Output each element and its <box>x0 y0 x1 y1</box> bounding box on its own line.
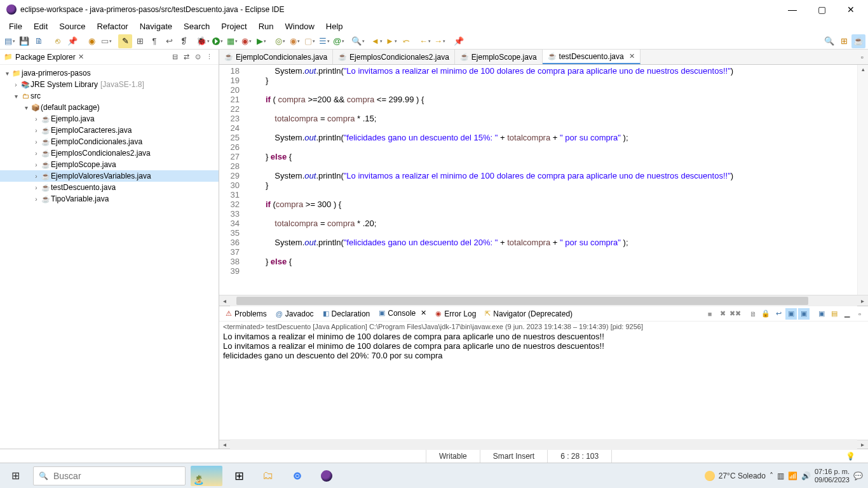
close-view-button[interactable]: ✕ <box>78 53 84 61</box>
link-editor-button[interactable]: ⇄ <box>180 51 192 63</box>
menu-source[interactable]: Source <box>54 20 90 32</box>
tab-ejemplocondicionales[interactable]: ☕EjemploCondicionales.java <box>219 50 333 64</box>
show-on-out-button[interactable]: ▣ <box>785 308 797 320</box>
widgets-button[interactable]: 🏝️ <box>191 466 222 486</box>
view-menu-button[interactable]: ⋮ <box>203 51 215 63</box>
search-input[interactable] <box>53 471 185 481</box>
minimize-button[interactable]: — <box>778 0 807 19</box>
code-content[interactable]: System.out.println("Lo invitamos a reali… <box>243 65 868 295</box>
volume-icon[interactable]: 🔊 <box>801 471 811 480</box>
new-annotation-button[interactable]: @ <box>332 34 346 48</box>
start-button[interactable]: ⊞ <box>0 463 31 489</box>
tab-testdescuento[interactable]: ☕testDescuento.java✕ <box>543 50 641 64</box>
open-perspective-button[interactable]: ⊞ <box>837 34 851 48</box>
clock[interactable]: 07:16 p. m. 09/06/2023 <box>815 468 850 484</box>
close-console-icon[interactable]: ✕ <box>421 309 426 317</box>
file-explorer-button[interactable]: 🗂 <box>255 463 281 489</box>
battery-icon[interactable]: ▥ <box>777 471 784 480</box>
menu-run[interactable]: Run <box>254 20 279 32</box>
console-output[interactable]: Lo invitamos a realizar el minimo de 100… <box>219 332 868 440</box>
pin-button[interactable]: 📌 <box>65 34 79 48</box>
notifications-icon[interactable]: 💬 <box>853 471 863 480</box>
show-on-err-button[interactable]: ▣ <box>798 308 810 320</box>
quick-access-button[interactable]: 🔍 <box>822 34 836 48</box>
focus-task-button[interactable]: ⊙ <box>192 51 203 63</box>
ext-tools-button[interactable]: ▶ <box>254 34 268 48</box>
horizontal-scrollbar[interactable]: ◂▸ <box>219 295 868 306</box>
open-console-button[interactable]: ▤ <box>829 308 840 320</box>
maximize-button[interactable]: ▢ <box>807 0 836 19</box>
new-package-button[interactable]: ◉ <box>288 34 302 48</box>
file-node[interactable]: ›☕EjemploScope.java <box>0 159 219 170</box>
tray-chevron-icon[interactable]: ˄ <box>770 471 773 480</box>
src-node[interactable]: ▾🗀 src <box>0 90 219 102</box>
chrome-button[interactable] <box>285 463 310 489</box>
menu-file[interactable]: File <box>4 20 27 32</box>
display-console-button[interactable]: ▣ <box>816 308 827 320</box>
file-node[interactable]: ›☕testDescuento.java <box>0 182 219 193</box>
file-node[interactable]: ›☕EjemploCaracteres.java <box>0 125 219 136</box>
new-class-button[interactable]: ◎ <box>273 34 287 48</box>
back-button[interactable]: ← <box>418 34 432 48</box>
menu-project[interactable]: Project <box>216 20 252 32</box>
weather-text[interactable]: 27°C Soleado <box>719 471 766 480</box>
wrap-button[interactable]: ↩ <box>162 34 176 48</box>
java-perspective-button[interactable]: ☕ <box>851 34 865 48</box>
file-node[interactable]: ›☕Ejemplo.java <box>0 113 219 125</box>
file-node[interactable]: ›☕EjemplosCondicionales2.java <box>0 147 219 159</box>
menu-refactor[interactable]: Refactor <box>92 20 133 32</box>
tab-javadoc[interactable]: @Javadoc <box>272 306 318 321</box>
menu-search[interactable]: Search <box>179 20 215 32</box>
minimize-panel-button[interactable]: ▁ <box>841 308 853 320</box>
whitespace-button[interactable]: ¶ <box>147 34 161 48</box>
last-edit-button[interactable]: ⤺ <box>399 34 413 48</box>
tab-errorlog[interactable]: ◉Error Log <box>431 306 480 321</box>
menu-help[interactable]: Help <box>321 20 348 32</box>
remove-launch-button[interactable]: ✖ <box>717 308 728 320</box>
menu-navigate[interactable]: Navigate <box>135 20 177 32</box>
tip-icon[interactable]: 💡 <box>846 452 855 461</box>
open-type-button[interactable]: ◉ <box>85 34 98 48</box>
taskbar-search[interactable]: 🔍 <box>33 466 186 485</box>
tab-declaration[interactable]: ◧Declaration <box>319 306 374 321</box>
forward-button[interactable]: → <box>433 34 447 48</box>
coverage-button[interactable]: ▦ <box>225 34 239 48</box>
tab-ejemploscondicionales2[interactable]: ☕EjemplosCondicionales2.java <box>333 50 455 64</box>
project-node[interactable]: ▾📁 java-primeros-pasos <box>0 67 219 79</box>
code-editor[interactable]: 18 19 20 21 22 23 24 25 26 27 28 29 30 3… <box>219 65 868 295</box>
project-tree[interactable]: ▾📁 java-primeros-pasos ›📚 JRE System Lib… <box>0 65 219 449</box>
clear-console-button[interactable]: 🗎 <box>747 308 759 320</box>
new-folder-button[interactable]: ▢ <box>302 34 316 48</box>
wifi-icon[interactable]: 📶 <box>788 471 797 480</box>
scroll-lock-button[interactable]: 🔒 <box>760 308 771 320</box>
word-wrap-button[interactable]: ↩ <box>773 308 784 320</box>
new-button[interactable]: ▤ <box>3 34 17 48</box>
menu-window[interactable]: Window <box>280 20 320 32</box>
new-file-button[interactable]: ☰ <box>317 34 331 48</box>
debug-button[interactable]: 🐞 <box>196 34 210 48</box>
maximize-editor-button[interactable]: ▫ <box>857 50 868 64</box>
save-all-button[interactable]: 🗎 <box>32 34 46 48</box>
console-scrollbar[interactable]: ◂▸ <box>219 440 868 449</box>
search-toolbar-button[interactable]: 🔍 <box>351 34 365 48</box>
pin-editor-button[interactable]: 📌 <box>452 34 466 48</box>
vertical-scrollbar[interactable]: ▴ <box>857 65 868 295</box>
next-annotation-button[interactable]: ► <box>384 34 398 48</box>
jre-node[interactable]: ›📚 JRE System Library [JavaSE-1.8] <box>0 79 219 90</box>
close-button[interactable]: ✕ <box>836 0 865 19</box>
run-last-button[interactable]: ◉ <box>240 34 254 48</box>
maximize-panel-button[interactable]: ▫ <box>854 308 865 320</box>
toggle-button[interactable]: ⎋ <box>51 34 65 48</box>
tab-ejemploscope[interactable]: ☕EjemploScope.java <box>455 50 543 64</box>
run-button[interactable] <box>210 34 224 48</box>
task-view-button[interactable]: ⊞ <box>226 463 252 489</box>
eclipse-button[interactable] <box>314 463 339 489</box>
file-node[interactable]: ›☕TipoVariable.java <box>0 193 219 205</box>
tab-navigator[interactable]: ⇱Navigator (Deprecated) <box>481 306 576 321</box>
mark-occur-button[interactable]: ❡ <box>177 34 191 48</box>
terminal-button[interactable]: ▭ <box>99 34 113 48</box>
close-tab-icon[interactable]: ✕ <box>629 52 635 60</box>
remove-all-button[interactable]: ✖✖ <box>729 308 741 320</box>
prev-annotation-button[interactable]: ◄ <box>370 34 384 48</box>
menu-edit[interactable]: Edit <box>29 20 53 32</box>
